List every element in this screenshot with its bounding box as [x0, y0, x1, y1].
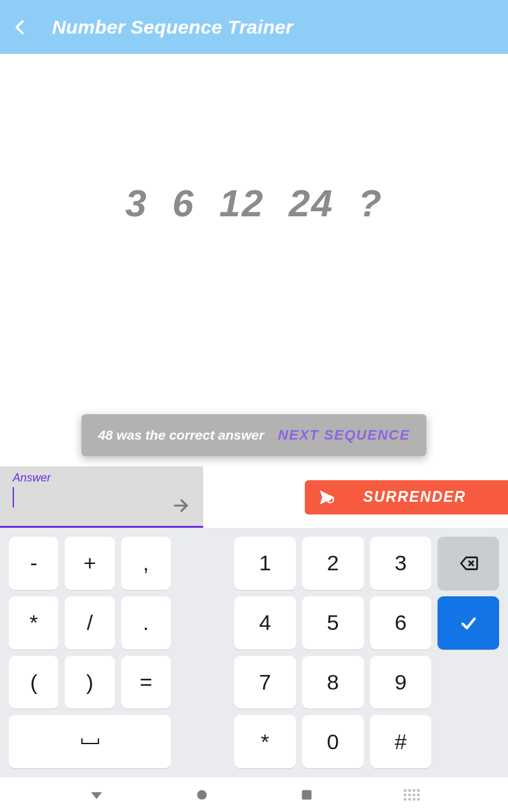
surrender-icon — [318, 488, 337, 507]
answer-value — [13, 485, 194, 510]
nav-home-icon[interactable] — [194, 787, 210, 803]
keyboard-right: 1 2 3 4 5 6 7 8 9 * 0 # — [234, 537, 499, 768]
snackbar: 48 was the correct answer NEXT SEQUENCE — [81, 414, 426, 456]
keyboard: - + , * / . ( ) = 1 2 3 4 5 6 7 8 9 * 0 … — [0, 528, 508, 777]
key-asterisk[interactable]: * — [9, 596, 58, 650]
key-dot[interactable]: . — [121, 596, 171, 650]
system-navbar — [0, 777, 508, 812]
key-3[interactable]: 3 — [370, 537, 432, 590]
key-enter[interactable] — [438, 596, 499, 650]
key-0[interactable]: 0 — [302, 715, 364, 768]
svg-rect-5 — [302, 790, 312, 799]
nav-back-icon[interactable] — [88, 787, 105, 803]
key-6[interactable]: 6 — [370, 596, 432, 650]
nav-recent-icon[interactable] — [298, 787, 315, 803]
key-plus[interactable]: + — [65, 537, 114, 590]
surrender-button[interactable]: SURRENDER — [305, 480, 508, 514]
svg-point-4 — [197, 790, 206, 799]
key-hash[interactable]: # — [370, 715, 432, 768]
key-paren-open[interactable]: ( — [9, 656, 58, 709]
sequence-display: 3 6 12 24 ? — [125, 181, 383, 225]
key-4[interactable]: 4 — [234, 596, 296, 650]
keyboard-left: - + , * / . ( ) = — [9, 537, 171, 768]
key-paren-close[interactable]: ) — [65, 656, 114, 709]
key-5[interactable]: 5 — [302, 596, 364, 650]
key-2[interactable]: 2 — [302, 537, 364, 590]
answer-input[interactable]: Answer — [0, 466, 203, 528]
surrender-label: SURRENDER — [363, 488, 466, 506]
page-title: Number Sequence Trainer — [52, 16, 293, 38]
key-star[interactable]: * — [234, 715, 296, 768]
answer-label: Answer — [13, 471, 194, 485]
nav-keyboard-icon[interactable] — [404, 789, 420, 801]
key-equals[interactable]: = — [121, 656, 171, 709]
key-backspace[interactable] — [438, 537, 499, 590]
key-1[interactable]: 1 — [234, 537, 296, 590]
key-minus[interactable]: - — [9, 537, 58, 590]
key-comma[interactable]: , — [121, 537, 171, 590]
submit-icon[interactable] — [170, 494, 193, 517]
snackbar-message: 48 was the correct answer — [98, 428, 264, 443]
key-7[interactable]: 7 — [234, 656, 296, 709]
key-slash[interactable]: / — [65, 596, 114, 650]
input-row: Answer SURRENDER — [0, 466, 508, 528]
key-8[interactable]: 8 — [302, 656, 364, 709]
key-space[interactable] — [9, 715, 171, 768]
next-sequence-button[interactable]: NEXT SEQUENCE — [278, 427, 410, 443]
content-area: 3 6 12 24 ? 48 was the correct answer NE… — [0, 54, 508, 466]
text-cursor — [13, 487, 14, 508]
back-icon[interactable] — [11, 18, 29, 36]
key-9[interactable]: 9 — [370, 656, 432, 709]
app-header: Number Sequence Trainer — [0, 0, 508, 54]
